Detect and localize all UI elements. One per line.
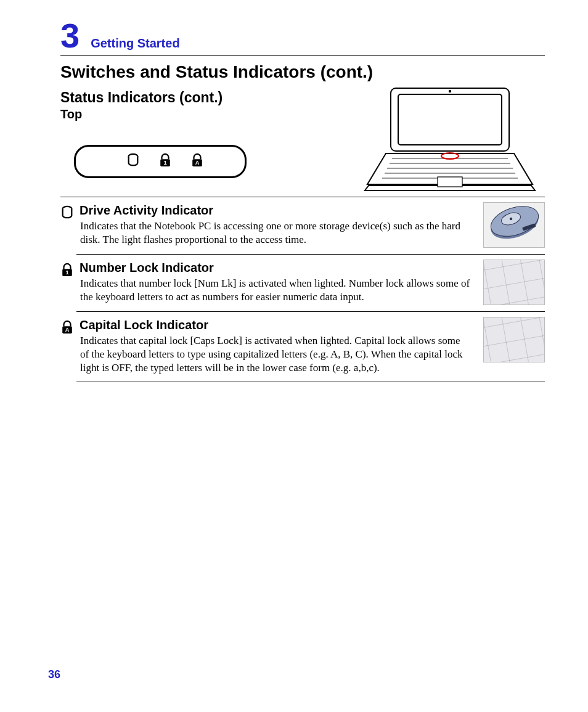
lock-a-icon xyxy=(190,152,204,171)
chapter-number: 3 xyxy=(60,18,80,53)
lock-a-icon xyxy=(60,319,75,335)
svg-point-7 xyxy=(449,90,451,92)
list-item: Capital Lock Indicator Indicates that ca… xyxy=(76,312,545,382)
item-title: Drive Activity Indicator xyxy=(80,203,545,218)
page-number: 36 xyxy=(48,668,60,681)
keyboard-image xyxy=(483,317,545,362)
list-item: Number Lock Indicator Indicates that num… xyxy=(76,255,545,312)
cylinder-icon xyxy=(126,152,140,171)
chapter-header: 3 Getting Started xyxy=(60,18,545,56)
svg-rect-6 xyxy=(398,94,502,145)
indicator-list: Drive Activity Indicator Indicates that … xyxy=(76,197,545,382)
keyboard-image xyxy=(483,260,545,305)
cylinder-icon xyxy=(60,205,75,221)
lock-1-icon xyxy=(158,152,172,171)
laptop-illustration xyxy=(355,84,545,193)
svg-rect-13 xyxy=(438,177,462,187)
item-body: Indicates that number lock [Num Lk] is a… xyxy=(80,277,471,304)
lock-1-icon xyxy=(60,262,75,278)
page-title: Switches and Status Indicators (cont.) xyxy=(60,62,545,82)
hdd-image xyxy=(483,202,545,248)
subsubsection-title: Top xyxy=(60,107,332,121)
item-title: Number Lock Indicator xyxy=(80,261,545,275)
item-body: Indicates that capital lock [Caps Lock] … xyxy=(80,334,471,374)
svg-point-18 xyxy=(510,218,512,220)
list-item: Drive Activity Indicator Indicates that … xyxy=(76,197,545,255)
subsection-title: Status Indicators (cont.) xyxy=(60,89,332,106)
chapter-label: Getting Started xyxy=(91,36,179,51)
item-title: Capital Lock Indicator xyxy=(80,318,545,332)
indicator-strip xyxy=(74,145,247,178)
item-body: Indicates that the Notebook PC is access… xyxy=(80,219,471,247)
